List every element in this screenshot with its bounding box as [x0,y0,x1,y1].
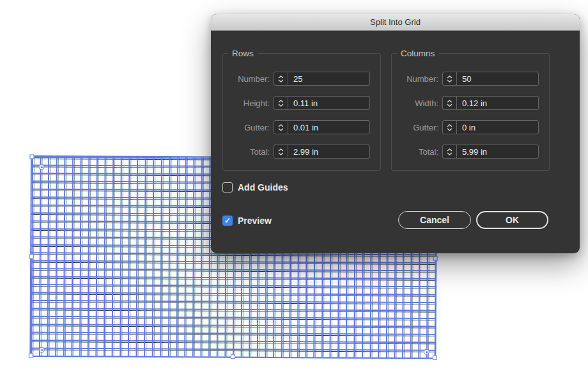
field-value[interactable]: 50 [457,72,538,85]
corner-widget-bottom-right-icon[interactable] [424,349,429,355]
add-guides-checkbox[interactable] [222,182,233,192]
selection-handle-bottom-left[interactable] [29,353,33,358]
stepper-up-icon[interactable] [447,75,453,79]
columns-gutter-field[interactable]: 0 in [442,120,539,134]
selection-handle-top-left[interactable] [29,154,34,159]
check-icon: ✓ [224,217,231,224]
stepper-up-icon[interactable] [278,100,284,103]
stepper-control[interactable] [443,145,457,158]
rows-height-row: Height: 0.11 in [223,96,380,110]
field-value[interactable]: 0.11 in [288,97,369,109]
stepper-control[interactable] [274,145,288,158]
columns-group: Columns Number: 50 Width: [391,53,550,171]
rows-gutter-row: Gutter: 0.01 in [223,120,380,134]
field-label: Total: [223,147,270,157]
selection-handle-middle-left[interactable] [29,254,34,258]
rows-group: Rows Number: 25 Height: [222,53,381,171]
rows-group-legend: Rows [228,48,258,59]
stepper-down-icon[interactable] [278,104,284,107]
columns-number-row: Number: 50 [392,72,549,86]
preview-option: ✓ Preview [222,216,272,226]
field-label: Width: [392,98,438,108]
preview-label: Preview [238,216,272,226]
selection-handle-bottom-center[interactable] [231,354,235,359]
columns-gutter-row: Gutter: 0 in [392,120,549,134]
preview-checkbox[interactable]: ✓ [222,216,233,226]
stepper-control[interactable] [443,72,457,85]
field-label: Height: [223,98,270,108]
selection-handle-bottom-right[interactable] [433,356,437,360]
stepper-up-icon[interactable] [278,75,284,79]
stepper-up-icon[interactable] [278,124,284,127]
field-value[interactable]: 0.01 in [288,121,369,134]
stepper-control[interactable] [274,121,288,134]
field-value[interactable]: 25 [288,72,369,85]
stepper-down-icon[interactable] [447,128,453,131]
columns-number-field[interactable]: 50 [442,72,539,86]
ok-button[interactable]: OK [476,211,548,229]
rows-gutter-field[interactable]: 0.01 in [274,120,370,134]
field-value[interactable]: 2.99 in [288,145,369,158]
field-label: Number: [392,74,438,84]
cancel-button[interactable]: Cancel [398,211,471,229]
corner-widget-top-left-icon[interactable] [38,164,44,170]
split-into-grid-dialog: Split Into Grid Rows Number: 25 Height: [211,14,580,253]
stepper-control[interactable] [274,72,288,85]
columns-group-legend: Columns [397,48,438,59]
field-label: Number: [223,74,270,84]
selection-handle-middle-right[interactable] [433,256,438,260]
rows-total-field[interactable]: 2.99 in [274,145,370,159]
add-guides-label: Add Guides [238,182,288,192]
field-label: Gutter: [223,123,270,132]
field-label: Total: [392,147,438,157]
stepper-up-icon[interactable] [447,100,453,103]
stepper-down-icon[interactable] [278,79,284,82]
field-label: Gutter: [392,123,438,132]
stepper-control[interactable] [443,97,457,109]
stepper-down-icon[interactable] [447,104,453,107]
columns-width-row: Width: 0.12 in [392,96,549,110]
dialog-titlebar[interactable]: Split Into Grid [211,14,580,31]
stepper-down-icon[interactable] [447,152,453,155]
add-guides-option: Add Guides [222,182,288,192]
dialog-title: Split Into Grid [370,17,421,27]
rows-number-row: Number: 25 [223,72,380,86]
stepper-control[interactable] [274,97,288,109]
rows-height-field[interactable]: 0.11 in [274,96,370,110]
corner-widget-bottom-left-icon[interactable] [39,347,45,353]
field-value[interactable]: 5.99 in [457,145,538,158]
columns-total-field[interactable]: 5.99 in [442,145,539,159]
dialog-body: Rows Number: 25 Height: [211,31,580,253]
stepper-down-icon[interactable] [447,79,453,82]
rows-number-field[interactable]: 25 [274,72,370,86]
field-value[interactable]: 0.12 in [457,97,538,109]
columns-total-row: Total: 5.99 in [392,145,549,159]
columns-width-field[interactable]: 0.12 in [442,96,539,110]
stepper-up-icon[interactable] [278,148,284,152]
stepper-down-icon[interactable] [278,128,284,131]
stepper-up-icon[interactable] [447,148,453,152]
field-value[interactable]: 0 in [457,121,538,134]
rows-total-row: Total: 2.99 in [223,145,380,159]
stepper-control[interactable] [443,121,457,134]
stepper-up-icon[interactable] [447,124,453,127]
stepper-down-icon[interactable] [278,152,284,155]
